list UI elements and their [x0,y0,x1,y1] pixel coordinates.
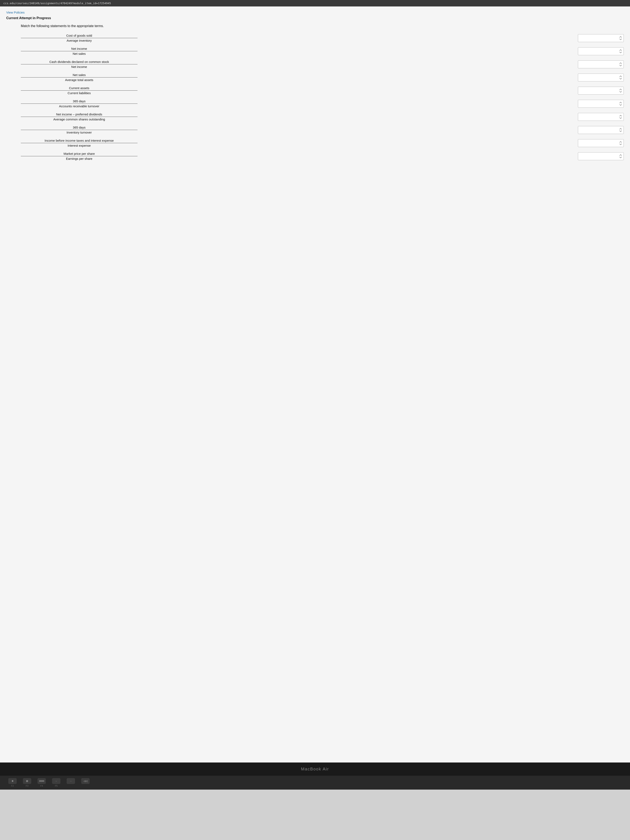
instructions-text: Match the following statements to the ap… [21,24,624,28]
numerator-2: Net income [21,47,137,51]
numerator-1: Cost of goods sold [21,34,137,38]
fraction-3: Cash dividends declared on common stock … [21,60,137,68]
view-policies-link[interactable]: View Policies [6,11,624,14]
match-row-7: Net income – preferred dividends Average… [21,112,624,121]
browser-bar: ccs.edu/courses/240149/assignments/47042… [0,0,630,6]
main-content: Match the following statements to the ap… [6,24,624,160]
formula-9: Income before income taxes and interest … [21,139,137,147]
key-f3: ⊞ F3 [23,778,31,787]
key-f6: ··· [67,778,75,787]
match-row-10: Market price per share Earnings per shar… [21,152,624,160]
match-row-6: 365 days Accounts receivable turnover [21,99,624,108]
f3-label: F3 [26,785,28,787]
select-side-5 [578,87,624,95]
match-select-3[interactable] [578,60,624,68]
denominator-7: Average common shares outstanding [53,117,105,121]
key-f5: ··· F5 [52,778,60,787]
match-select-1[interactable] [578,34,624,42]
fraction-9: Income before income taxes and interest … [21,139,137,147]
back-icon: ◁◁ [81,778,90,784]
macbook-label: MacBook Air [301,767,329,771]
numerator-7: Net income – preferred dividends [21,112,137,117]
keyboard-bar: ☀ F2 ⊞ F3 ⊟⊟⊟ F4 ··· F5 ··· ◁◁ [0,775,630,789]
numerator-5: Current assets [21,86,137,91]
match-row-3: Cash dividends declared on common stock … [21,60,624,68]
numerator-6: 365 days [21,99,137,104]
denominator-1: Average inventory [67,39,92,42]
denominator-9: Interest expense [68,144,91,147]
macbook-footer: MacBook Air [0,763,630,775]
denominator-6: Accounts receivable turnover [59,104,99,108]
match-select-8[interactable] [578,126,624,134]
select-side-8 [578,126,624,134]
f5-label: F5 [55,785,58,787]
match-select-9[interactable] [578,139,624,147]
denominator-5: Current liabilities [68,91,91,95]
formula-7: Net income – preferred dividends Average… [21,112,137,121]
select-side-6 [578,100,624,108]
current-attempt-heading: Current Attempt in Progress [6,16,624,20]
select-side-4 [578,74,624,82]
url-text: ccs.edu/courses/240149/assignments/47042… [3,2,111,5]
fraction-10: Market price per share Earnings per shar… [21,152,137,160]
select-side-7 [578,113,624,121]
formula-3: Cash dividends declared on common stock … [21,60,137,68]
match-row-4: Net sales Average total assets [21,73,624,82]
numerator-10: Market price per share [21,152,137,156]
match-row-8: 365 days Inventory turnover [21,126,624,134]
formula-4: Net sales Average total assets [21,73,137,82]
match-row-2: Net income Net sales [21,47,624,55]
match-select-6[interactable] [578,100,624,108]
fraction-2: Net income Net sales [21,47,137,55]
key-back: ◁◁ [81,778,90,787]
denominator-8: Inventory turnover [67,131,92,134]
formula-8: 365 days Inventory turnover [21,126,137,134]
match-select-4[interactable] [578,74,624,82]
fraction-7: Net income – preferred dividends Average… [21,112,137,121]
formula-2: Net income Net sales [21,47,137,55]
key-f2: ☀ F2 [8,778,17,787]
match-row-9: Income before income taxes and interest … [21,139,624,147]
match-row-1: Cost of goods sold Average inventory [21,34,624,42]
formula-1: Cost of goods sold Average inventory [21,34,137,42]
fraction-8: 365 days Inventory turnover [21,126,137,134]
match-container: Cost of goods sold Average inventory [21,34,624,160]
formula-5: Current assets Current liabilities [21,86,137,95]
fraction-6: 365 days Accounts receivable turnover [21,99,137,108]
numerator-9: Income before income taxes and interest … [21,139,137,143]
select-side-2 [578,47,624,55]
f3-icon: ⊞ [23,778,31,784]
denominator-3: Net income [71,65,87,68]
fraction-1: Cost of goods sold Average inventory [21,34,137,42]
select-side-10 [578,152,624,160]
fraction-5: Current assets Current liabilities [21,86,137,95]
match-row-5: Current assets Current liabilities [21,86,624,95]
f4-icon: ⊟⊟⊟ [38,778,46,784]
f2-icon: ☀ [8,778,17,784]
match-select-2[interactable] [578,47,624,55]
numerator-8: 365 days [21,126,137,130]
page-content: ions 7 On- ces View Policies Current Att… [0,6,630,763]
numerator-3: Cash dividends declared on common stock [21,60,137,65]
f2-label: F2 [11,785,14,787]
denominator-2: Net sales [73,52,86,55]
formula-6: 365 days Accounts receivable turnover [21,99,137,108]
select-side-3 [578,60,624,68]
formula-10: Market price per share Earnings per shar… [21,152,137,160]
denominator-4: Average total assets [65,78,93,82]
denominator-10: Earnings per share [66,157,93,160]
select-side-1 [578,34,624,42]
match-select-5[interactable] [578,87,624,95]
f5-icon: ··· [52,778,60,784]
key-f4: ⊟⊟⊟ F4 [38,778,46,787]
fraction-4: Net sales Average total assets [21,73,137,82]
numerator-4: Net sales [21,73,137,77]
match-select-10[interactable] [578,152,624,160]
f6-icon: ··· [67,778,75,784]
match-select-7[interactable] [578,113,624,121]
select-side-9 [578,139,624,147]
f4-label: F4 [40,785,43,787]
